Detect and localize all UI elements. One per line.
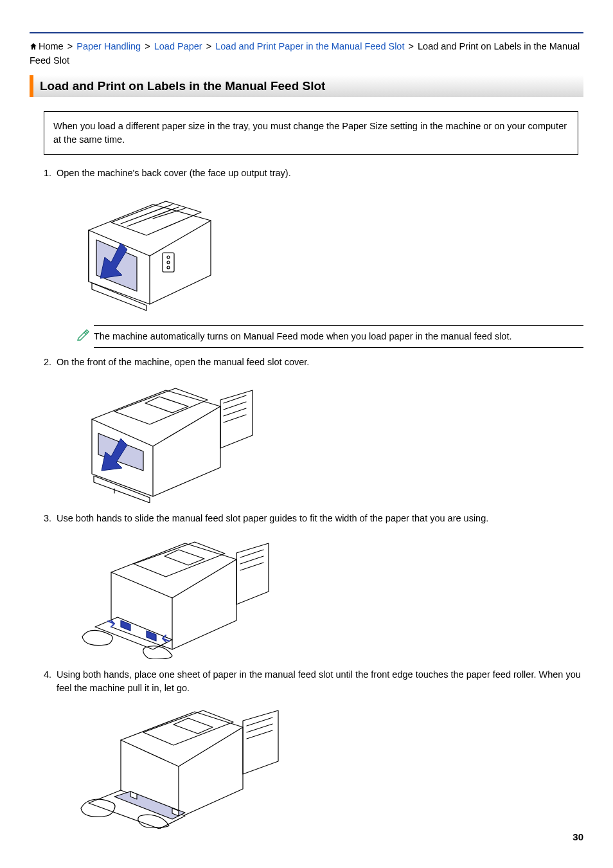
- home-icon: [30, 41, 37, 54]
- figure-step-1: [76, 185, 583, 314]
- breadcrumb-sep: >: [205, 41, 213, 51]
- step-4: Using both hands, place one sheet of pap…: [54, 668, 583, 829]
- step-2-text: On the front of the machine, open the ma…: [57, 357, 309, 367]
- breadcrumb: Home > Paper Handling > Load Paper > Loa…: [30, 40, 583, 68]
- pencil-icon: [76, 327, 90, 345]
- step-3: Use both hands to slide the manual feed …: [54, 512, 583, 659]
- breadcrumb-home: Home: [39, 41, 64, 51]
- note-step-1: The machine automatically turns on Manua…: [76, 325, 583, 348]
- breadcrumb-sep: >: [143, 41, 151, 51]
- steps-list: Open the machine's back cover (the face …: [30, 167, 583, 829]
- svg-point-1: [167, 256, 170, 258]
- info-box: When you load a different paper size in …: [44, 111, 578, 155]
- svg-point-3: [167, 266, 170, 269]
- breadcrumb-link-load-print-manual[interactable]: Load and Print Paper in the Manual Feed …: [215, 41, 404, 51]
- breadcrumb-sep: >: [407, 41, 415, 51]
- svg-point-2: [167, 261, 170, 264]
- figure-step-3: [76, 530, 583, 659]
- step-1-text: Open the machine's back cover (the face …: [57, 168, 291, 178]
- top-rule: [30, 32, 583, 33]
- figure-step-2: [76, 374, 583, 503]
- breadcrumb-link-load-paper[interactable]: Load Paper: [154, 41, 202, 51]
- step-4-text: Using both hands, place one sheet of pap…: [57, 669, 581, 693]
- breadcrumb-sep: >: [66, 41, 74, 51]
- step-2: On the front of the machine, open the ma…: [54, 356, 583, 503]
- page-title: Load and Print on Labels in the Manual F…: [30, 75, 583, 97]
- figure-step-4: [76, 700, 583, 829]
- page-number: 30: [573, 831, 583, 842]
- note-step-1-text: The machine automatically turns on Manua…: [94, 325, 583, 348]
- breadcrumb-link-paper-handling[interactable]: Paper Handling: [76, 41, 141, 51]
- step-3-text: Use both hands to slide the manual feed …: [57, 513, 488, 523]
- step-1: Open the machine's back cover (the face …: [54, 167, 583, 348]
